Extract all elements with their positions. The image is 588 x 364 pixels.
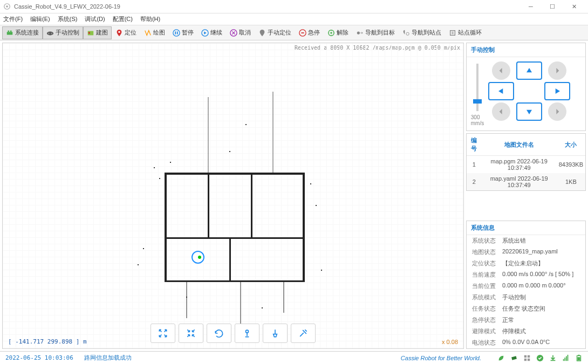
estop-icon <box>299 29 306 37</box>
connect-button[interactable]: 系统连接 <box>2 26 43 39</box>
app-icon <box>3 3 11 10</box>
cancel-button[interactable]: 取消 <box>226 26 255 39</box>
manual-locate-icon <box>258 29 266 37</box>
speed-slider[interactable] <box>476 64 478 111</box>
svg-rect-33 <box>568 354 569 360</box>
rotate-button[interactable] <box>207 324 231 343</box>
sysinfo-row: 当前速度0.000 m/s 0.000° /s [ 50% ] <box>467 269 585 280</box>
rotate-right-button[interactable] <box>548 61 566 80</box>
close-button[interactable]: ✕ <box>563 0 585 13</box>
sysinfo-row: 急停状态正常 <box>467 314 585 326</box>
menu-edit[interactable]: 编辑(E) <box>30 15 50 23</box>
loop-icon <box>449 29 456 37</box>
speed-label: 300 mm/s <box>471 114 484 126</box>
system-info-panel: 系统信息 系统状态系统出错 地图状态20220619_map.yaml 定位状态… <box>466 221 586 349</box>
svg-rect-35 <box>578 354 580 355</box>
sysinfo-row: 任务状态任务空 状态空闲 <box>467 303 585 314</box>
svg-rect-2 <box>7 32 13 35</box>
battery-icon <box>575 354 583 362</box>
loop-button[interactable]: 站点循环 <box>445 26 486 39</box>
svg-point-19 <box>330 32 332 34</box>
marker-tool-button[interactable] <box>235 324 259 343</box>
map-zoom: x 0.08 <box>442 339 458 345</box>
left-button[interactable] <box>488 82 514 100</box>
maximize-button[interactable]: ☐ <box>542 0 563 13</box>
svg-rect-36 <box>577 357 580 360</box>
status-bar: 2022-06-25 10:03:06 路网信息加载成功 Cassie Robo… <box>0 351 588 364</box>
manual-control-button[interactable]: 手动控制 <box>43 26 83 39</box>
sysinfo-row: 系统模式手动控制 <box>467 292 585 303</box>
title-bar: Cassie_Robot_V4.9_LFWX_2022-06-19 ─ ☐ ✕ <box>0 0 588 13</box>
table-row[interactable]: 2map.yaml 2022-06-19 10:37:491KB <box>467 173 585 190</box>
manual-control-title: 手动控制 <box>467 43 585 57</box>
svg-point-21 <box>406 32 409 35</box>
minimize-button[interactable]: ─ <box>520 0 542 13</box>
grid-icon <box>523 354 531 362</box>
resume-button[interactable]: 继续 <box>197 26 226 39</box>
robot-marker <box>192 251 204 264</box>
nav-point-icon <box>402 29 410 37</box>
cancel-icon <box>230 29 237 37</box>
clear-icon <box>327 29 335 37</box>
svg-point-7 <box>51 32 53 35</box>
svg-point-11 <box>173 29 180 36</box>
nav-point-button[interactable]: 导航到站点 <box>399 26 445 39</box>
svg-point-6 <box>48 32 50 35</box>
toolbar: 系统连接 手动控制 建图 定位 绘图 暂停 继续 取消 手动定位 急停 解除 导… <box>0 25 588 40</box>
menu-help[interactable]: 帮助(H) <box>140 15 160 23</box>
forward-button[interactable] <box>516 61 542 80</box>
status-tagline: Cassie Robot for Better World. <box>401 355 481 361</box>
right-button[interactable] <box>544 82 570 100</box>
sysinfo-row: 地图状态20220619_map.yaml <box>467 246 585 258</box>
svg-rect-25 <box>524 355 527 357</box>
collapse-button[interactable] <box>179 324 203 343</box>
draw-button[interactable]: 绘图 <box>140 26 169 39</box>
manual-control-panel: 手动控制 300 mm/s <box>466 43 586 131</box>
backward-button[interactable] <box>516 102 542 121</box>
expand-button[interactable] <box>151 324 175 343</box>
estop-button[interactable]: 急停 <box>295 26 324 39</box>
pause-button[interactable]: 暂停 <box>169 26 197 39</box>
rotate-left-button[interactable] <box>492 61 510 80</box>
svg-point-1 <box>6 5 8 8</box>
svg-point-10 <box>118 31 120 33</box>
sysinfo-row: 系统状态系统出错 <box>467 235 585 246</box>
svg-rect-24 <box>511 356 517 360</box>
manual-locate-button[interactable]: 手动定位 <box>255 26 295 39</box>
map-viewport[interactable]: Received a 8090 X 10682 /maps/map.pgm @ … <box>2 43 464 349</box>
menu-config[interactable]: 配置(C) <box>113 15 133 23</box>
sysinfo-row: 避障模式停障模式 <box>467 326 585 337</box>
svg-point-20 <box>357 31 360 34</box>
locate-button[interactable]: 定位 <box>112 26 140 39</box>
sysinfo-row: 电池状态0% 0.0V 0.0A 0°C <box>467 337 585 348</box>
menu-file[interactable]: 文件(F) <box>3 15 23 23</box>
svg-rect-12 <box>175 31 176 34</box>
table-row[interactable]: 1map.pgm 2022-06-19 10:37:4984393KB <box>467 156 585 174</box>
tools-button[interactable] <box>291 324 316 343</box>
download-icon <box>549 354 557 362</box>
svg-rect-4 <box>10 30 12 32</box>
pause-icon <box>173 29 180 37</box>
status-message: 路网信息加载成功 <box>84 354 132 362</box>
svg-rect-26 <box>528 355 530 357</box>
back-right-button[interactable] <box>548 102 566 121</box>
draw-icon <box>144 29 152 37</box>
svg-rect-31 <box>564 358 565 361</box>
col-id: 编号 <box>467 134 482 156</box>
dpad <box>488 61 570 126</box>
col-size: 大小 <box>557 134 585 156</box>
svg-rect-13 <box>177 31 178 34</box>
svg-rect-32 <box>566 356 567 361</box>
brush-tool-button[interactable] <box>263 324 288 343</box>
menu-system[interactable]: 系统(S) <box>58 15 78 23</box>
system-info-title: 系统信息 <box>467 221 585 235</box>
map-coords: [ -141.717 299.898 ] m <box>8 338 87 345</box>
back-left-button[interactable] <box>492 102 510 121</box>
svg-rect-27 <box>524 358 527 360</box>
clear-button[interactable]: 解除 <box>324 26 352 39</box>
menu-debug[interactable]: 调试(D) <box>85 15 105 23</box>
nav-target-button[interactable]: 导航到目标 <box>352 26 399 39</box>
map-canvas[interactable] <box>3 43 463 348</box>
svg-rect-3 <box>8 30 10 32</box>
map-build-button[interactable]: 建图 <box>83 26 112 39</box>
